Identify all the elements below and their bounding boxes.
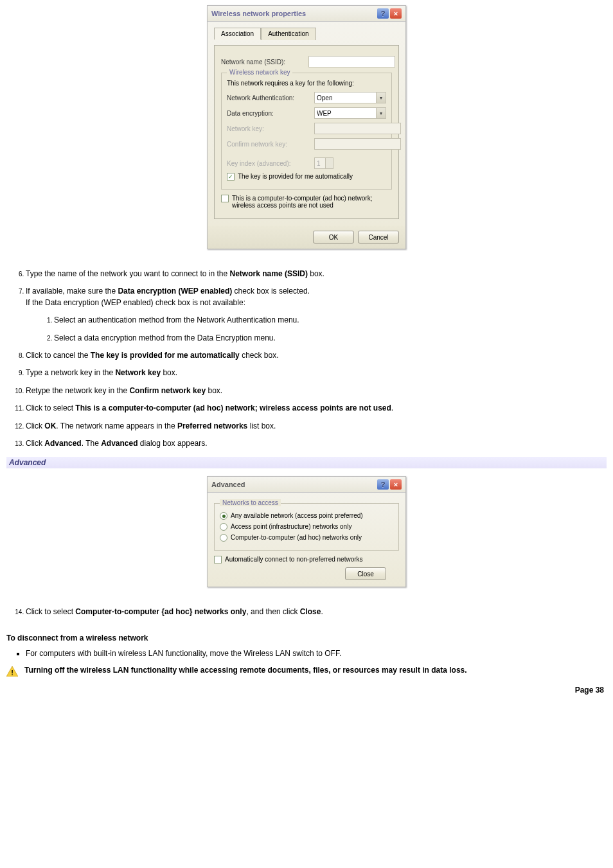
help-icon[interactable]: ? <box>377 8 389 19</box>
key-index-label: Key index (advanced): <box>227 160 310 167</box>
advanced-heading: Advanced <box>6 457 607 468</box>
step-11: Click to select This is a computer-to-co… <box>26 403 607 414</box>
step-6: Type the name of the network you want to… <box>26 269 607 279</box>
networks-to-access-group: Networks to access Any available network… <box>214 503 399 551</box>
auto-connect-label: Automatically connect to non-preferred n… <box>225 556 363 563</box>
confirm-key-input <box>314 138 401 150</box>
adhoc-label: This is a computer-to-computer (ad hoc) … <box>232 195 392 209</box>
close-button[interactable]: Close <box>345 567 386 580</box>
advanced-dialog: Advanced ? × Networks to access Any avai… <box>207 476 406 587</box>
radio-label: Access point (infrastructure) networks o… <box>231 523 351 530</box>
key-index-stepper: 1 <box>314 157 333 169</box>
substep-2: Select a data encryption method from the… <box>54 333 607 344</box>
step-8: Click to cancel the The key is provided … <box>26 350 607 361</box>
step-10: Retype the network key in the Confirm ne… <box>26 385 607 396</box>
radio-adhoc[interactable] <box>220 534 227 542</box>
chevron-down-icon: ▾ <box>376 108 386 118</box>
radio-access-point[interactable] <box>220 523 227 531</box>
network-key-input <box>314 123 401 134</box>
warning-icon: ! <box>6 666 18 677</box>
ok-button[interactable]: OK <box>313 231 354 244</box>
group-legend: Networks to access <box>220 499 281 506</box>
svg-text:!: ! <box>11 668 13 676</box>
dialog-titlebar: Wireless network properties ? × <box>208 6 405 22</box>
warning-row: ! Turning off the wireless LAN functiona… <box>6 666 607 677</box>
radio-any-network[interactable] <box>220 512 227 520</box>
chevron-down-icon: ▾ <box>376 93 386 103</box>
step-12: Click OK. The network name appears in th… <box>26 421 607 432</box>
step-9: Type a network key in the Network key bo… <box>26 368 607 378</box>
auth-label: Network Authentication: <box>227 94 310 102</box>
step-7: If available, make sure the Data encrypt… <box>26 286 607 344</box>
substep-list: Select an authentication method from the… <box>26 315 607 344</box>
tab-strip: Association Authentication <box>214 27 399 39</box>
confirm-key-label: Confirm network key: <box>227 141 310 148</box>
substep-1: Select an authentication method from the… <box>54 315 607 326</box>
wireless-key-group: Wireless network key This network requir… <box>221 73 392 190</box>
disconnect-item: For computers with built-in wireless LAN… <box>26 649 607 658</box>
enc-label: Data encryption: <box>227 110 310 117</box>
tab-association[interactable]: Association <box>214 28 261 40</box>
auto-connect-checkbox[interactable] <box>214 556 222 563</box>
dialog-title: Advanced <box>211 481 245 488</box>
wireless-properties-dialog: Wireless network properties ? × Associat… <box>207 5 406 249</box>
instruction-list-cont: Click to select Computer-to-computer {ad… <box>6 607 607 617</box>
instruction-list: Type the name of the network you want to… <box>6 269 607 449</box>
step-14: Click to select Computer-to-computer {ad… <box>26 607 607 617</box>
radio-label: Computer-to-computer (ad hoc) networks o… <box>231 534 362 541</box>
ssid-label: Network name (SSID): <box>221 58 305 66</box>
close-icon[interactable]: × <box>390 479 402 490</box>
step-13: Click Advanced. The Advanced dialog box … <box>26 438 607 449</box>
help-icon[interactable]: ? <box>377 479 389 490</box>
requires-text: This network requires a key for the foll… <box>227 80 386 87</box>
enc-value: WEP <box>317 110 332 117</box>
dialog-button-row: OK Cancel <box>208 226 405 249</box>
adhoc-checkbox[interactable] <box>221 195 229 202</box>
ssid-input[interactable] <box>308 56 395 67</box>
auth-value: Open <box>317 94 332 102</box>
tab-authentication[interactable]: Authentication <box>261 28 315 40</box>
tab-panel: Network name (SSID): Wireless network ke… <box>214 45 399 219</box>
radio-label: Any available network (access point pref… <box>231 512 363 519</box>
warning-text: Turning off the wireless LAN functionali… <box>24 666 467 675</box>
dialog-title: Wireless network properties <box>211 10 306 17</box>
dialog-titlebar: Advanced ? × <box>208 477 405 493</box>
key-label: Network key: <box>227 125 310 132</box>
page-number: Page 38 <box>6 686 607 695</box>
close-icon[interactable]: × <box>390 8 402 19</box>
auto-key-checkbox[interactable]: ✓ <box>227 173 235 181</box>
disconnect-heading: To disconnect from a wireless network <box>6 633 607 642</box>
auth-select[interactable]: Open ▾ <box>314 92 386 103</box>
group-legend: Wireless network key <box>227 69 292 76</box>
enc-select[interactable]: WEP ▾ <box>314 107 386 119</box>
cancel-button[interactable]: Cancel <box>358 231 399 244</box>
disconnect-list: For computers with built-in wireless LAN… <box>6 649 607 658</box>
auto-key-label: The key is provided for me automatically <box>238 173 353 180</box>
